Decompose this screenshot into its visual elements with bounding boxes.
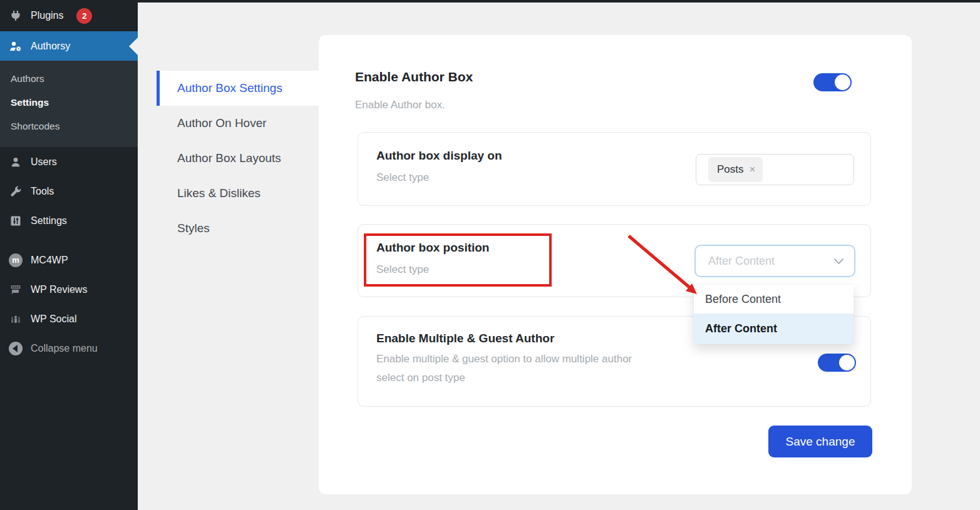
sidebar-item-label: Collapse menu — [31, 343, 98, 354]
position-select-value: After Content — [708, 255, 833, 268]
selected-tag-posts: Posts × — [708, 157, 763, 182]
remove-tag-icon[interactable]: × — [750, 163, 756, 176]
sidebar-item-authorsy[interactable]: Authorsy — [0, 31, 138, 61]
multiple-guest-subtitle-line1: Enable multiple & guest option to allow … — [376, 353, 632, 365]
multiple-guest-subtitle-line2: select on post type — [376, 372, 465, 384]
submenu-item-shortcodes[interactable]: Shortcodes — [0, 115, 138, 138]
update-count-badge: 2 — [76, 8, 92, 24]
sidebar-item-label: MC4WP — [31, 255, 68, 266]
tab-author-box-layouts[interactable]: Author Box Layouts — [157, 141, 321, 176]
mc4wp-icon: m — [9, 253, 23, 267]
display-on-section: Author box display on Select type Posts … — [358, 132, 871, 206]
sliders-icon — [9, 214, 23, 228]
settings-tab-list: Author Box Settings Author On Hover Auth… — [157, 71, 321, 246]
sidebar-item-mc4wp[interactable]: m MC4WP — [0, 245, 138, 275]
tab-author-on-hover[interactable]: Author On Hover — [157, 106, 321, 141]
tab-author-box-settings[interactable]: Author Box Settings — [157, 71, 321, 106]
collapse-arrow-icon — [9, 342, 23, 355]
author-gear-icon — [9, 39, 23, 53]
toggle-knob — [839, 355, 855, 370]
sidebar-item-wp-social[interactable]: WP Social — [0, 304, 138, 334]
collapse-menu-button[interactable]: Collapse menu — [0, 334, 138, 363]
authorsy-submenu: Authors Settings Shortcodes — [0, 61, 138, 147]
position-dropdown: Before Content After Content — [694, 285, 854, 344]
chevron-down-icon — [833, 258, 844, 265]
people-icon — [9, 312, 23, 326]
tab-styles[interactable]: Styles — [157, 211, 321, 246]
sidebar-item-tools[interactable]: Tools — [0, 176, 138, 206]
sidebar-item-label: WP Reviews — [31, 284, 87, 295]
sidebar-item-label: Settings — [31, 215, 67, 227]
plug-icon — [9, 9, 23, 23]
wrench-icon — [9, 185, 23, 198]
sidebar-item-settings[interactable]: Settings — [0, 206, 138, 235]
save-change-button[interactable]: Save change — [768, 426, 872, 457]
sidebar-item-label: WP Social — [31, 314, 77, 325]
enable-author-box-title: Enable Author Box — [355, 69, 473, 84]
position-select[interactable]: After Content — [694, 245, 855, 277]
admin-content-area: Author Box Settings Author On Hover Auth… — [138, 0, 980, 510]
toggle-knob — [835, 74, 850, 90]
tag-label: Posts — [717, 163, 744, 176]
position-subtitle: Select type — [376, 263, 429, 276]
tab-likes-dislikes[interactable]: Likes & Dislikes — [157, 176, 321, 211]
sidebar-item-users[interactable]: Users — [0, 147, 138, 176]
sidebar-item-plugins[interactable]: Plugins 2 — [0, 0, 138, 31]
sidebar-item-label: Tools — [31, 186, 54, 197]
menu-separator — [0, 235, 138, 245]
enable-author-box-toggle[interactable] — [813, 73, 852, 91]
option-before-content[interactable]: Before Content — [694, 285, 854, 314]
option-after-content[interactable]: After Content — [694, 314, 854, 344]
enable-author-box-subtitle: Enable Author box. — [355, 99, 445, 111]
multiple-guest-title: Enable Multiple & Guest Author — [376, 332, 554, 345]
display-on-multiselect[interactable]: Posts × — [696, 154, 854, 185]
submenu-item-authors[interactable]: Authors — [0, 67, 138, 91]
sidebar-item-label: Authorsy — [31, 41, 70, 52]
submenu-item-settings[interactable]: Settings — [0, 91, 138, 115]
position-title: Author box position — [376, 241, 489, 255]
admin-bar-strip — [138, 0, 980, 3]
admin-sidebar: Plugins 2 Authorsy Authors Settings Shor… — [0, 0, 138, 510]
sidebar-item-label: Users — [31, 156, 57, 168]
user-icon — [9, 155, 23, 169]
reviews-comment-icon — [9, 283, 23, 297]
display-on-subtitle: Select type — [376, 171, 429, 184]
sidebar-item-label: Plugins — [31, 10, 63, 21]
multiple-guest-toggle[interactable] — [818, 354, 856, 372]
display-on-title: Author box display on — [376, 149, 502, 163]
sidebar-item-wp-reviews[interactable]: WP Reviews — [0, 275, 138, 304]
settings-panel: Enable Author Box Enable Author box. Aut… — [319, 35, 912, 494]
